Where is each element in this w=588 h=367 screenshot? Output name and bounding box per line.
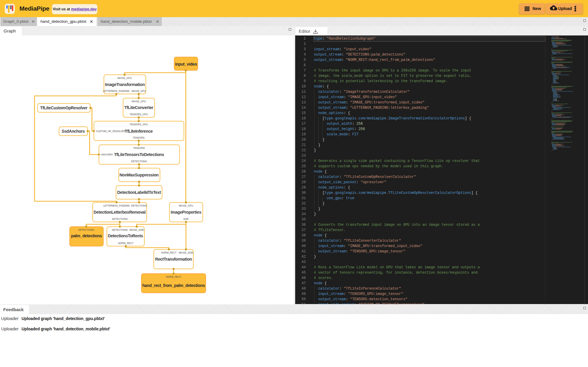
svg-text:DetectionLetterboxRemoval: DetectionLetterboxRemoval [94,210,146,215]
svg-text:DETECTIONS: DETECTIONS [131,160,147,163]
svg-text:RectTransformation: RectTransformation [155,257,192,262]
svg-text:TfLiteConverter: TfLiteConverter [124,105,153,110]
svg-text:TfLiteInference: TfLiteInference [125,129,153,134]
svg-text:hand_rect_from_palm_detections: hand_rect_from_palm_detections [142,283,205,288]
svg-text:ImageTransformation: ImageTransformation [105,82,145,87]
svg-text:DETECTIONS: DETECTIONS [112,218,128,220]
svg-text:DetectionsToRects: DetectionsToRects [108,233,143,238]
svg-text:NORM_RECT: NORM_RECT [161,251,177,254]
svg-text:LETTERBOX_PADDING: LETTERBOX_PADDING [103,204,130,207]
svg-text:TfLiteTensorsToDetections: TfLiteTensorsToDetections [114,152,164,157]
svg-text:NORM_RECT: NORM_RECT [166,276,181,278]
svg-text:DetectionLabelIdToText: DetectionLabelIdToText [117,190,161,195]
svg-text:TENSORS_GPU: TENSORS_GPU [130,113,148,116]
svg-text:SsdAnchors: SsdAnchors [62,129,85,134]
svg-text:DETECTIONS: DETECTIONS [131,204,147,207]
svg-text:TENSORS: TENSORS [133,137,145,139]
svg-text:CUSTOM_OP_RESOLVER: CUSTOM_OP_RESOLVER [96,130,125,133]
svg-text:IMAGE_SIZE: IMAGE_SIZE [129,229,144,231]
svg-text:ANCHORS: ANCHORS [101,153,113,156]
svg-text:input_video: input_video [175,62,197,66]
svg-text:TfLiteCustomOpResolver: TfLiteCustomOpResolver [40,105,88,110]
svg-text:TENSORS: TENSORS [133,147,145,150]
svg-text:NonMaxSuppression: NonMaxSuppression [120,173,159,177]
svg-text:IMAGE_GPU: IMAGE_GPU [132,90,146,92]
svg-text:IMAGE_SIZE: IMAGE_SIZE [179,251,193,254]
svg-text:TENSORS_GPU: TENSORS_GPU [130,123,148,126]
svg-text:palm_detections: palm_detections [71,233,102,238]
svg-text:DETECTIONS: DETECTIONS [112,229,128,231]
svg-text:IMAGE_GPU: IMAGE_GPU [179,204,193,207]
svg-text:SIZE: SIZE [183,218,189,220]
svg-text:NORM_RECT: NORM_RECT [118,242,133,245]
svg-text:ImageProperties: ImageProperties [171,210,201,215]
svg-text:IMAGE_GPU: IMAGE_GPU [117,77,132,79]
svg-text:DETECTIONS: DETECTIONS [79,229,94,231]
svg-text:LETTERBOX_PADDING: LETTERBOX_PADDING [103,90,130,92]
svg-text:IMAGE_GPU: IMAGE_GPU [132,100,146,103]
